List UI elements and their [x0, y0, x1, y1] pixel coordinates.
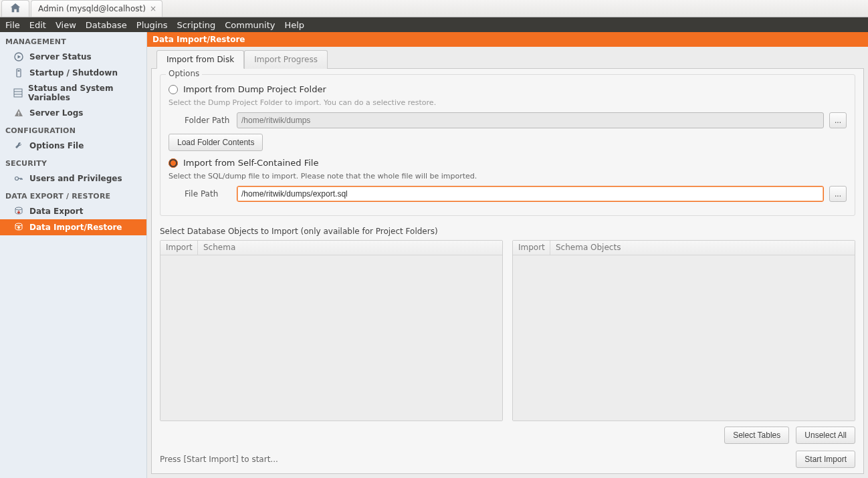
play-circle-icon — [13, 51, 24, 62]
browse-file-button[interactable]: ... — [829, 186, 847, 202]
radio-import-self-contained[interactable] — [169, 158, 178, 168]
sidebar: MANAGEMENT Server Status Startup / Shutd… — [0, 32, 147, 478]
inner-tabs: Import from Disk Import Progress — [151, 49, 864, 68]
start-import-button[interactable]: Start Import — [796, 451, 855, 468]
sidebar-item-status-variables[interactable]: Status and System Variables — [0, 81, 146, 105]
schema-table-header: Import Schema — [160, 241, 502, 255]
grid-icon — [13, 88, 23, 98]
svg-rect-2 — [18, 70, 20, 72]
options-legend: Options — [166, 69, 202, 78]
window-tab-admin[interactable]: Admin (mysqld@localhost) × — [31, 0, 162, 17]
radio-import-dump-folder[interactable] — [169, 85, 178, 94]
file-path-row: File Path ... — [185, 186, 847, 202]
sidebar-item-label: Server Logs — [29, 108, 83, 118]
schema-table-body[interactable] — [160, 255, 502, 421]
radio-label-self-contained: Import from Self-Contained File — [183, 158, 318, 168]
load-folder-contents-button[interactable]: Load Folder Contents — [169, 134, 263, 151]
objects-col-schema-objects[interactable]: Schema Objects — [550, 241, 855, 255]
status-message: Press [Start Import] to start... — [160, 455, 278, 464]
menu-plugins[interactable]: Plugins — [136, 20, 168, 30]
sidebar-item-label: Users and Privileges — [29, 174, 122, 183]
menu-edit[interactable]: Edit — [29, 20, 46, 30]
sidebar-item-label: Data Export — [29, 207, 84, 216]
svg-rect-7 — [18, 115, 19, 116]
database-export-icon — [13, 206, 24, 217]
svg-point-12 — [15, 207, 22, 210]
select-tables-button[interactable]: Select Tables — [724, 427, 789, 444]
folder-path-label: Folder Path — [185, 116, 231, 125]
content: Data Import/Restore Import from Disk Imp… — [147, 32, 868, 478]
sidebar-item-label: Data Import/Restore — [29, 223, 122, 232]
file-path-label: File Path — [185, 189, 231, 199]
wrench-icon — [13, 140, 24, 151]
objects-col-import[interactable]: Import — [513, 241, 550, 255]
page-title: Data Import/Restore — [147, 32, 868, 47]
file-path-input[interactable] — [237, 186, 824, 202]
sidebar-item-startup-shutdown[interactable]: Startup / Shutdown — [0, 65, 146, 81]
menu-database[interactable]: Database — [86, 20, 127, 30]
browse-folder-button[interactable]: ... — [829, 112, 847, 128]
schema-col-import[interactable]: Import — [160, 241, 198, 255]
sidebar-item-users-privileges[interactable]: Users and Privileges — [0, 170, 146, 187]
radio-row-self-contained: Import from Self-Contained File — [169, 158, 847, 168]
sidebar-section-management: MANAGEMENT — [0, 32, 146, 49]
tab-import-from-disk[interactable]: Import from Disk — [156, 50, 244, 69]
svg-rect-1 — [17, 69, 21, 77]
radio-label-dump-folder: Import from Dump Project Folder — [183, 84, 326, 94]
home-button[interactable] — [1, 0, 29, 17]
folder-path-row: Folder Path ... — [185, 112, 847, 128]
home-icon — [9, 3, 21, 15]
menu-view[interactable]: View — [56, 20, 76, 30]
warning-icon — [13, 108, 24, 118]
tables-row: Import Schema Import Schema Objects — [160, 240, 855, 421]
database-import-icon — [13, 222, 24, 233]
menubar: File Edit View Database Plugins Scriptin… — [0, 17, 868, 32]
menu-scripting[interactable]: Scripting — [177, 20, 215, 30]
menu-file[interactable]: File — [5, 20, 20, 30]
key-icon — [13, 173, 24, 184]
svg-rect-3 — [14, 89, 22, 97]
sidebar-item-data-import-restore[interactable]: Data Import/Restore — [0, 219, 146, 235]
sidebar-section-security: SECURITY — [0, 154, 146, 170]
sidebar-section-configuration: CONFIGURATION — [0, 121, 146, 138]
objects-section-label: Select Database Objects to Import (only … — [160, 227, 855, 236]
radio-row-dump-folder: Import from Dump Project Folder — [169, 84, 847, 94]
unselect-all-button[interactable]: Unselect All — [796, 427, 855, 444]
sidebar-item-label: Server Status — [29, 52, 92, 62]
schema-objects-table: Import Schema Objects — [512, 240, 855, 421]
schema-table: Import Schema — [160, 240, 503, 421]
footer: Press [Start Import] to start... Start I… — [160, 451, 855, 468]
svg-rect-6 — [18, 112, 19, 114]
sidebar-item-label: Options File — [29, 141, 84, 150]
close-icon[interactable]: × — [150, 4, 156, 13]
sidebar-section-export-restore: DATA EXPORT / RESTORE — [0, 187, 146, 203]
help-self-contained: Select the SQL/dump file to import. Plea… — [169, 172, 847, 181]
options-fieldset: Options Import from Dump Project Folder … — [160, 74, 855, 216]
sidebar-item-label: Status and System Variables — [28, 84, 141, 102]
menu-help[interactable]: Help — [284, 20, 304, 30]
sidebar-item-server-status[interactable]: Server Status — [0, 49, 146, 65]
sidebar-item-label: Startup / Shutdown — [29, 68, 118, 78]
help-dump-folder: Select the Dump Project Folder to import… — [169, 98, 847, 107]
server-icon — [13, 68, 24, 78]
import-panel: Options Import from Dump Project Folder … — [151, 68, 864, 474]
sidebar-item-options-file[interactable]: Options File — [0, 138, 146, 154]
svg-point-8 — [15, 177, 19, 181]
sidebar-item-server-logs[interactable]: Server Logs — [0, 105, 146, 121]
window-tabbar: Admin (mysqld@localhost) × — [0, 0, 868, 17]
sidebar-item-data-export[interactable]: Data Export — [0, 203, 146, 219]
schema-col-schema[interactable]: Schema — [198, 241, 502, 255]
schema-objects-table-body[interactable] — [513, 255, 855, 421]
tab-import-progress[interactable]: Import Progress — [244, 50, 328, 69]
schema-objects-table-header: Import Schema Objects — [513, 241, 855, 255]
table-actions: Select Tables Unselect All — [160, 427, 855, 444]
window-tab-label: Admin (mysqld@localhost) — [38, 4, 146, 13]
svg-point-13 — [15, 223, 22, 226]
folder-path-input — [237, 112, 824, 128]
menu-community[interactable]: Community — [225, 20, 275, 30]
